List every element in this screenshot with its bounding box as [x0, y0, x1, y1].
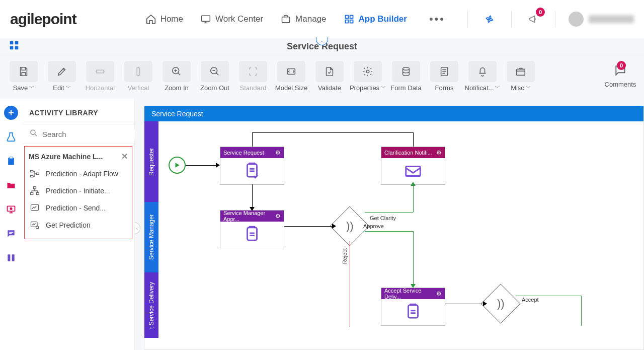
lane-service-delivery[interactable]: t Service Delivery [144, 272, 158, 338]
svg-rect-6 [10, 41, 14, 45]
properties-button[interactable]: Properties﹀ [350, 61, 385, 92]
svg-rect-33 [36, 192, 39, 194]
svg-rect-31 [34, 187, 36, 189]
svg-rect-3 [350, 15, 353, 18]
panel-collapse-toggle[interactable]: ‹ [135, 222, 140, 234]
tree-icon [29, 185, 41, 196]
library-group-title: MS Azure Machine L... [29, 153, 103, 161]
add-activity-button[interactable]: + [4, 106, 18, 120]
library-item-initiate[interactable]: Prediction - Initiate... [29, 182, 128, 199]
announcements-button[interactable]: 0 [525, 11, 542, 28]
svg-rect-1 [282, 17, 290, 22]
nav-manage[interactable]: Manage [280, 14, 326, 24]
svg-rect-32 [31, 192, 33, 194]
nav-home[interactable]: Home [145, 14, 183, 24]
svg-rect-19 [8, 158, 14, 165]
flow-icon [29, 168, 41, 179]
svg-rect-29 [31, 175, 33, 177]
gear-icon[interactable]: ⚙ [275, 149, 281, 156]
chart-search-icon [29, 220, 41, 231]
rail-columns-icon[interactable] [4, 251, 18, 265]
modelsize-button[interactable]: Model Size [274, 61, 309, 92]
notifications-button[interactable]: Notificat...﹀ [465, 61, 500, 92]
svg-rect-23 [9, 232, 13, 233]
svg-point-22 [10, 208, 12, 209]
search-icon [29, 128, 38, 139]
monitor-icon [200, 14, 211, 24]
gear-icon[interactable]: ⚙ [436, 290, 442, 297]
nav-workcenter[interactable]: Work Center [200, 14, 263, 24]
lane-requester[interactable]: Requester [144, 121, 158, 202]
svg-rect-39 [248, 228, 257, 240]
gateway-approval[interactable]: )) [336, 212, 364, 240]
comments-badge: 0 [617, 61, 626, 70]
pinwheel-button[interactable] [481, 11, 498, 28]
standard-button[interactable]: Standard [235, 61, 271, 92]
svg-point-15 [366, 70, 369, 73]
nav-appbuilder[interactable]: App Builder [344, 14, 407, 24]
chart-up-icon [29, 202, 41, 214]
gateway-accept[interactable]: )) [487, 290, 515, 318]
announcements-badge: 0 [536, 8, 545, 17]
library-title: ACTIVITY LIBRARY [22, 106, 134, 124]
validate-button[interactable]: Validate [312, 61, 347, 92]
grid-icon [344, 14, 355, 24]
close-icon[interactable]: ✕ [121, 152, 128, 161]
user-menu[interactable] [569, 12, 634, 27]
library-search-input[interactable] [42, 130, 138, 138]
task-mgr-approval[interactable]: Service Manager Appr...⚙ [220, 210, 284, 248]
apps-grid-icon[interactable] [9, 40, 19, 52]
label-accept: Accept [522, 297, 539, 303]
label-get-clarity: Get Clarity [370, 215, 396, 221]
rail-lab-icon[interactable] [4, 130, 18, 144]
username-blurred [589, 15, 634, 23]
brand-logo: agilepoint [10, 11, 76, 28]
save-button[interactable]: Save﹀ [6, 61, 41, 92]
svg-rect-24 [9, 233, 12, 234]
canvas-title: Service Request [144, 106, 643, 121]
lane-service-manager[interactable]: Service Manager [144, 202, 158, 272]
svg-rect-37 [248, 164, 257, 177]
gear-icon[interactable]: ⚙ [436, 149, 442, 156]
zoomin-button[interactable]: Zoom In [159, 61, 194, 92]
task-clarification[interactable]: Clarification Notifi...⚙ [381, 147, 445, 185]
rail-chat-icon[interactable] [4, 227, 18, 241]
avatar [569, 12, 584, 27]
task-accept-delivery[interactable]: Accept Service Deliv...⚙ [381, 288, 445, 326]
svg-rect-5 [350, 20, 353, 23]
svg-rect-38 [406, 167, 421, 176]
svg-rect-26 [12, 254, 15, 261]
svg-rect-28 [31, 170, 33, 172]
gear-icon[interactable]: ⚙ [275, 213, 281, 220]
edit-button[interactable]: Edit﹀ [44, 61, 79, 92]
svg-rect-11 [137, 67, 140, 75]
library-search[interactable] [22, 124, 134, 144]
svg-rect-7 [15, 41, 19, 45]
task-service-request[interactable]: Service Request⚙ [220, 147, 284, 185]
misc-button[interactable]: Misc﹀ [503, 61, 538, 92]
zoomout-button[interactable]: Zoom Out [197, 61, 232, 92]
start-node[interactable] [169, 157, 186, 174]
vertical-button[interactable]: Vertical [121, 61, 156, 92]
horizontal-button[interactable]: Horizontal [83, 61, 118, 92]
svg-rect-30 [36, 173, 39, 174]
svg-point-27 [31, 130, 35, 134]
forms-button[interactable]: Forms [427, 61, 462, 92]
process-canvas[interactable]: Service Request Requester Service Manage… [144, 106, 644, 350]
rail-monitor-icon[interactable] [4, 202, 18, 217]
library-item-get-prediction[interactable]: Get Prediction [29, 217, 128, 234]
formdata-button[interactable]: Form Data [388, 61, 424, 92]
svg-rect-18 [517, 69, 525, 75]
svg-rect-25 [8, 254, 10, 261]
svg-rect-2 [345, 15, 348, 18]
svg-rect-10 [97, 70, 104, 73]
comments-button[interactable]: 0 Comments [603, 64, 638, 88]
library-group: MS Azure Machine L... ✕ Prediction - Ada… [24, 146, 132, 239]
library-item-send[interactable]: Prediction - Send... [29, 199, 128, 217]
svg-rect-0 [202, 16, 210, 21]
nav-more[interactable]: ••• [424, 13, 450, 26]
svg-rect-40 [409, 305, 418, 318]
rail-clipboard-icon[interactable] [4, 154, 18, 168]
rail-folder-icon[interactable] [4, 178, 18, 192]
library-item-adapt-flow[interactable]: Prediction - Adapt Flow [29, 165, 128, 182]
